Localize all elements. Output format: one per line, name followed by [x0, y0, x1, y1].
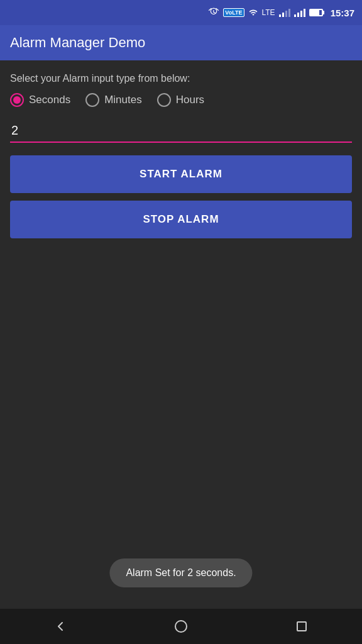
radio-minutes-outer [85, 93, 99, 107]
signal-bars-1 [279, 8, 290, 17]
battery-icon [309, 9, 323, 16]
radio-hours[interactable]: Hours [157, 93, 204, 107]
status-time: 15:37 [331, 8, 354, 18]
wifi-icon [248, 8, 258, 17]
radio-hours-outer [157, 93, 171, 107]
start-alarm-button[interactable]: START ALARM [10, 155, 352, 193]
signal-bars-2 [294, 8, 305, 17]
radio-seconds-inner [13, 96, 21, 104]
app-bar: Alarm Manager Demo [0, 25, 362, 60]
radio-hours-label: Hours [176, 94, 204, 106]
alarm-clock-icon [208, 7, 219, 18]
input-container [10, 119, 352, 143]
main-content: Select your Alarm input type from below:… [0, 60, 362, 258]
home-circle-icon [173, 619, 189, 634]
nav-recent-button[interactable] [283, 614, 321, 639]
radio-minutes[interactable]: Minutes [85, 93, 142, 107]
radio-group: Seconds Minutes Hours [10, 93, 352, 107]
back-icon [53, 619, 68, 634]
toast-message: Alarm Set for 2 seconds. [109, 558, 252, 587]
svg-rect-1 [297, 622, 306, 631]
nav-back-button[interactable] [41, 614, 79, 639]
recent-apps-icon [294, 619, 309, 634]
app-title: Alarm Manager Demo [10, 35, 145, 51]
alarm-value-input[interactable] [10, 119, 352, 143]
radio-seconds-label: Seconds [29, 94, 70, 106]
select-label: Select your Alarm input type from below: [10, 73, 352, 84]
nav-bar [0, 609, 362, 644]
radio-minutes-label: Minutes [104, 94, 142, 106]
radio-seconds[interactable]: Seconds [10, 93, 70, 107]
volte-badge: VoLTE [223, 8, 244, 17]
lte-label: LTE [262, 8, 275, 17]
nav-home-button[interactable] [162, 614, 200, 639]
radio-seconds-outer [10, 93, 24, 107]
stop-alarm-button[interactable]: STOP ALARM [10, 201, 352, 238]
svg-point-0 [175, 621, 187, 632]
status-bar: VoLTE LTE 15:37 [0, 0, 362, 25]
